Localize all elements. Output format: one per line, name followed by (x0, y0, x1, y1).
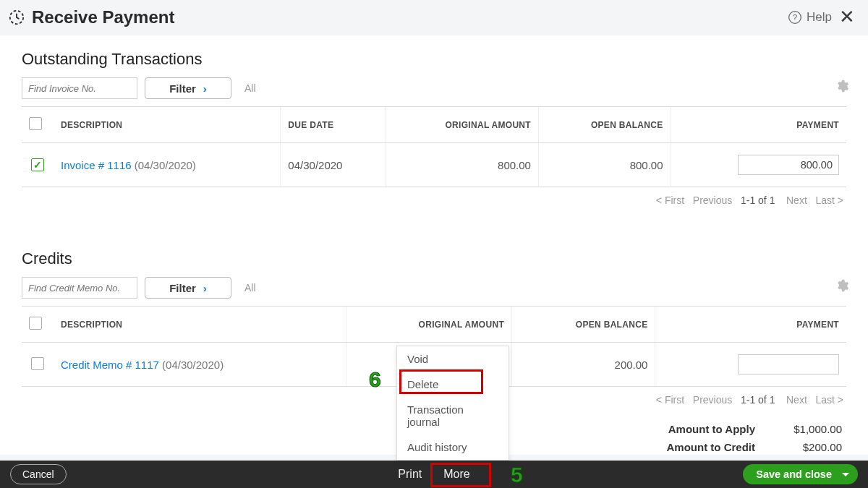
page-prev[interactable]: Previous (693, 194, 732, 206)
help-button[interactable]: ? Help (788, 10, 832, 25)
row-checkbox[interactable] (31, 158, 44, 171)
payment-input[interactable] (738, 354, 839, 374)
page-last[interactable]: Last > (815, 394, 843, 406)
outstanding-table: DESCRIPTION DUE DATE ORIGINAL AMOUNT OPE… (22, 106, 846, 187)
help-label: Help (807, 10, 832, 25)
page-range: 1-1 of 1 (741, 194, 775, 206)
outstanding-pagination: < First Previous 1-1 of 1 Next Last > (22, 187, 846, 206)
col-open-balance: OPEN BALANCE (512, 307, 655, 343)
table-row: Invoice # 1116 (04/30/2020) 04/30/2020 8… (22, 143, 846, 187)
popup-tail (448, 452, 460, 458)
print-button[interactable]: Print (398, 468, 422, 481)
cancel-button[interactable]: Cancel (10, 464, 67, 484)
gear-icon[interactable] (835, 278, 849, 293)
page-first[interactable]: < First (656, 194, 684, 206)
chevron-right-icon: › (203, 282, 207, 294)
annotation-number-5: 5 (511, 463, 523, 487)
history-icon[interactable] (9, 9, 25, 25)
open-balance-cell: 200.00 (512, 343, 655, 387)
col-payment: PAYMENT (655, 307, 846, 343)
annotation-box-delete (399, 369, 483, 394)
credit-memo-link[interactable]: Credit Memo # 1117 (61, 359, 159, 371)
page-next[interactable]: Next (786, 194, 807, 206)
amount-apply-label: Amount to Apply (647, 423, 755, 435)
page-next[interactable]: Next (786, 394, 807, 406)
col-payment: PAYMENT (671, 107, 846, 143)
menu-void[interactable]: Void (397, 346, 509, 372)
page-first[interactable]: < First (656, 394, 684, 406)
select-all-checkbox[interactable] (29, 317, 42, 330)
due-date-cell: 04/30/2020 (281, 143, 386, 187)
credit-date: (04/30/2020) (162, 359, 224, 371)
page-last[interactable]: Last > (815, 194, 843, 206)
chevron-right-icon: › (203, 82, 207, 95)
col-description: DESCRIPTION (54, 307, 346, 343)
outstanding-filter-button[interactable]: Filter › (145, 77, 231, 99)
amount-apply-value: $1,000.00 (777, 423, 842, 435)
page-range: 1-1 of 1 (741, 394, 775, 406)
invoice-link[interactable]: Invoice # 1116 (61, 159, 132, 171)
filter-label: Filter (169, 282, 196, 294)
payment-input[interactable] (738, 155, 839, 175)
outstanding-title: Outstanding Transactions (22, 50, 846, 69)
more-menu: Void Delete Transaction journal Audit hi… (396, 346, 509, 461)
col-original-amount: ORIGINAL AMOUNT (346, 307, 511, 343)
close-icon[interactable]: ✕ (839, 6, 855, 28)
gear-icon[interactable] (835, 79, 849, 93)
annotation-box-more (430, 463, 491, 487)
col-due-date: DUE DATE (281, 107, 386, 143)
credits-filter-button[interactable]: Filter › (145, 277, 231, 299)
amount-credit-label: Amount to Credit (647, 441, 755, 453)
col-description: DESCRIPTION (54, 107, 281, 143)
find-credit-input[interactable] (22, 277, 137, 299)
amount-credit-value: $200.00 (777, 441, 842, 453)
menu-transaction-journal[interactable]: Transaction journal (397, 397, 509, 435)
annotation-number-6: 6 (369, 367, 381, 392)
credits-title: Credits (22, 249, 846, 268)
select-all-checkbox[interactable] (29, 117, 42, 130)
col-open-balance: OPEN BALANCE (538, 107, 671, 143)
filter-label: Filter (169, 82, 196, 95)
page-header: Receive Payment ? Help ✕ (0, 0, 868, 35)
help-icon: ? (788, 10, 802, 25)
svg-text:?: ? (793, 12, 798, 22)
invoice-date: (04/30/2020) (135, 159, 196, 171)
open-balance-cell: 800.00 (538, 143, 671, 187)
find-invoice-input[interactable] (22, 77, 137, 99)
row-checkbox[interactable] (31, 357, 44, 370)
save-label: Save and close (756, 468, 832, 480)
save-and-close-button[interactable]: Save and close (743, 464, 858, 484)
page-prev[interactable]: Previous (693, 394, 732, 406)
orig-amount-cell: 800.00 (386, 143, 538, 187)
page-title: Receive Payment (32, 7, 174, 27)
caret-down-icon[interactable] (842, 473, 849, 476)
col-original-amount: ORIGINAL AMOUNT (386, 107, 538, 143)
credits-all-label: All (244, 282, 256, 294)
outstanding-all-label: All (244, 82, 256, 94)
